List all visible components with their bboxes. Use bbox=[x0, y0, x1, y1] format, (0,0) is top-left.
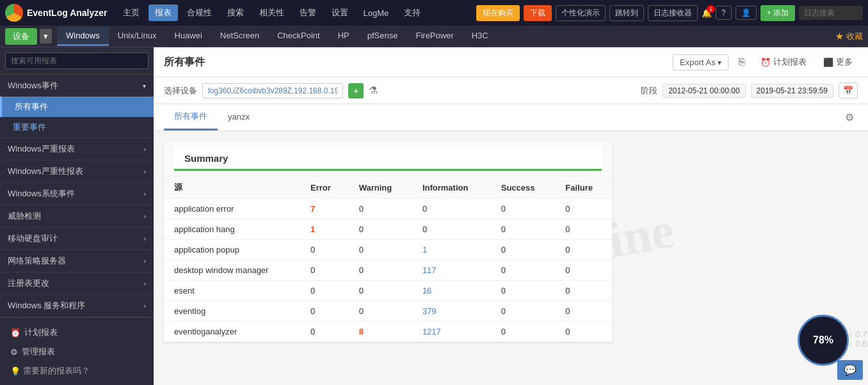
nav-logme[interactable]: LogMe bbox=[357, 6, 396, 20]
manage-report-sidebar-btn[interactable]: ⚙ 管理报表 bbox=[5, 342, 149, 361]
chevron-down-icon: ▾ bbox=[143, 82, 146, 90]
cell-warning: 0 bbox=[349, 301, 412, 322]
device-tab-windows[interactable]: Windows bbox=[57, 27, 109, 46]
main-layout: Windows事件 ▾ 所有事件 重要事件 Windows严重报表 › Wind… bbox=[0, 47, 868, 385]
device-tabs-bar: 设备 ▾ Windows Unix/Linux Huawei NetScreen… bbox=[0, 26, 868, 47]
add-device-button[interactable]: + bbox=[348, 83, 364, 98]
cell-error: 0 bbox=[300, 260, 349, 281]
cell-failure: 0 bbox=[555, 199, 612, 219]
tab-right-area: ⚙ bbox=[841, 107, 858, 127]
nav-reports[interactable]: 报表 bbox=[149, 4, 178, 21]
cell-warning[interactable]: 8 bbox=[349, 322, 412, 342]
sidebar-section-header-registry[interactable]: 注册表更改 › bbox=[0, 272, 154, 294]
sidebar-section-severity-reports: Windows严重性报表 › bbox=[0, 161, 154, 183]
more-button[interactable]: ⬛ 更多 bbox=[818, 54, 858, 70]
app-name: EventLog Analyzer bbox=[27, 8, 108, 18]
device-tab-huawei[interactable]: Huawei bbox=[165, 27, 211, 46]
add-button[interactable]: + 添加 bbox=[760, 5, 795, 21]
chevron-right-icon-5: › bbox=[144, 235, 146, 242]
device-tab-h3c[interactable]: H3C bbox=[463, 27, 497, 46]
logo: EventLog Analyzer bbox=[5, 4, 108, 22]
cell-information[interactable]: 379 bbox=[412, 301, 491, 322]
device-selector-button[interactable]: 设备 bbox=[5, 28, 37, 45]
sidebar-section-header-severity-reports[interactable]: Windows严重性报表 › bbox=[0, 161, 154, 182]
jump-to-button[interactable]: 跳转到 bbox=[609, 5, 644, 21]
cell-error[interactable]: 7 bbox=[300, 199, 349, 219]
device-tab-pfsense[interactable]: pfSense bbox=[358, 27, 407, 46]
top-navigation: EventLog Analyzer 主页 报表 合规性 搜索 相关性 告警 设置… bbox=[0, 0, 868, 26]
calendar-button[interactable]: 📅 bbox=[839, 82, 858, 98]
device-filter-input[interactable] bbox=[202, 83, 343, 98]
summary-title: Summary bbox=[164, 141, 612, 177]
col-information: Information bbox=[412, 177, 491, 199]
nav-correlation[interactable]: 相关性 bbox=[253, 4, 291, 21]
filter-label: 选择设备 bbox=[164, 85, 197, 97]
chat-button[interactable]: 💬 bbox=[837, 360, 863, 380]
table-row: eventlog 0 0 379 0 0 bbox=[164, 301, 612, 322]
cell-information[interactable]: 1 bbox=[412, 240, 491, 260]
nav-support[interactable]: 支持 bbox=[398, 4, 427, 21]
nav-settings[interactable]: 设置 bbox=[325, 4, 355, 21]
col-success: Success bbox=[491, 177, 556, 199]
cell-source: desktop window manager bbox=[164, 260, 300, 281]
sidebar-item-important-events[interactable]: 重要事件 bbox=[0, 117, 154, 138]
tip-text: 💡 需要新的报表吗？ bbox=[5, 361, 149, 381]
sidebar-section-header-windows-events[interactable]: Windows事件 ▾ bbox=[0, 75, 154, 97]
cell-information[interactable]: 117 bbox=[412, 260, 491, 281]
clock-icon-header: ⏰ bbox=[760, 58, 771, 67]
gear-icon: ⚙ bbox=[10, 347, 18, 357]
tab-settings-button[interactable]: ⚙ bbox=[841, 107, 858, 127]
cell-error: 0 bbox=[300, 301, 349, 322]
sidebar-search-input[interactable] bbox=[5, 52, 149, 69]
nav-compliance[interactable]: 合规性 bbox=[181, 4, 218, 21]
cell-information[interactable]: 1217 bbox=[412, 322, 491, 342]
device-tab-hp[interactable]: HP bbox=[329, 27, 358, 46]
sidebar-section-header-removable[interactable]: 移动硬盘审计 › bbox=[0, 228, 154, 249]
log-search-input[interactable] bbox=[799, 6, 863, 20]
col-source: 源 bbox=[164, 177, 300, 199]
user-button[interactable]: 👤 bbox=[735, 6, 757, 20]
device-dropdown-button[interactable]: ▾ bbox=[40, 29, 52, 43]
export-as-button[interactable]: Export As ▾ bbox=[673, 54, 728, 70]
cell-source: application hang bbox=[164, 219, 300, 240]
personalize-button[interactable]: 个性化演示 bbox=[556, 5, 606, 21]
col-warning: Warning bbox=[349, 177, 412, 199]
page-title: 所有事件 bbox=[164, 56, 673, 69]
nav-alerts[interactable]: 告警 bbox=[293, 4, 323, 21]
cell-error[interactable]: 1 bbox=[300, 219, 349, 240]
cell-information[interactable]: 16 bbox=[412, 281, 491, 301]
buy-now-button[interactable]: 现在购买 bbox=[476, 5, 520, 21]
chevron-right-icon-7: › bbox=[144, 280, 146, 287]
sidebar-bottom: ⏰ 计划报表 ⚙ 管理报表 💡 需要新的报表吗？ bbox=[0, 317, 154, 385]
tab-all-events[interactable]: 所有事件 bbox=[164, 104, 218, 130]
notification-bell[interactable]: 🔔1 bbox=[702, 8, 712, 18]
sidebar-section-header-system-events[interactable]: Windows系统事件 › bbox=[0, 183, 154, 205]
help-button[interactable]: ? bbox=[716, 6, 732, 20]
sidebar-section-header-network-policy[interactable]: 网络策略服务器 › bbox=[0, 250, 154, 272]
sidebar-section-header-services[interactable]: Windows 服务和程序 › bbox=[0, 295, 154, 317]
tab-yanzx[interactable]: yanzx bbox=[218, 106, 260, 130]
filter-row: 选择设备 + ⚗ 阶段 2012-05-21 00:00:00 2019-05-… bbox=[154, 77, 868, 104]
content-header: 所有事件 Export As ▾ ⎘ ⏰ 计划报表 ⬛ 更多 bbox=[154, 47, 868, 77]
filter-icon-button[interactable]: ⚗ bbox=[369, 84, 378, 97]
sidebar-section-removable: 移动硬盘审计 › bbox=[0, 228, 154, 250]
download-button[interactable]: 下载 bbox=[524, 5, 552, 21]
copy-icon-button[interactable]: ⎘ bbox=[735, 55, 749, 69]
cell-error: 0 bbox=[300, 322, 349, 342]
cell-warning: 0 bbox=[349, 260, 412, 281]
device-tab-firepower[interactable]: FirePower bbox=[406, 27, 462, 46]
time-end: 2019-05-21 23:59:59 bbox=[751, 84, 833, 98]
speed-widget: 78% ↑ 0.7K/s ↓ 0.6K/s bbox=[798, 315, 849, 366]
schedule-report-button[interactable]: ⏰ 计划报表 bbox=[755, 54, 812, 70]
sidebar-item-all-events[interactable]: 所有事件 bbox=[0, 97, 154, 117]
device-tab-unix[interactable]: Unix/Linux bbox=[109, 27, 166, 46]
bookmark-button[interactable]: ★ 收藏 bbox=[835, 31, 863, 42]
log-receiver-button[interactable]: 日志接收器 bbox=[648, 5, 698, 21]
sidebar-section-header-critical-reports[interactable]: Windows严重报表 › bbox=[0, 138, 154, 160]
nav-search[interactable]: 搜索 bbox=[221, 4, 250, 21]
schedule-report-sidebar-btn[interactable]: ⏰ 计划报表 bbox=[5, 323, 149, 342]
device-tab-netscreen[interactable]: NetScreen bbox=[211, 27, 268, 46]
sidebar-section-header-threat-detection[interactable]: 威胁检测 › bbox=[0, 205, 154, 227]
device-tab-checkpoint[interactable]: CheckPoint bbox=[268, 27, 328, 46]
nav-home[interactable]: 主页 bbox=[117, 4, 146, 21]
